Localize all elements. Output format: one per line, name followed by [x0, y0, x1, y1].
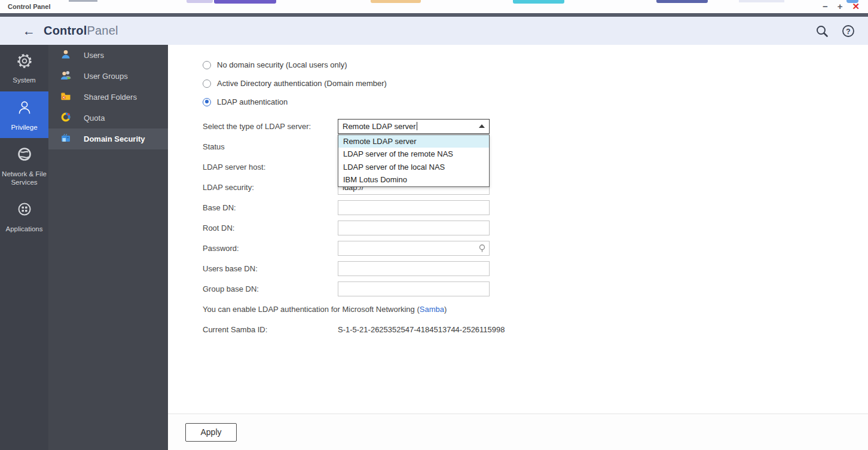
radio-icon[interactable] [203, 61, 211, 69]
desktop-icon-fragment [214, 0, 276, 4]
base-dn-label: Base DN: [203, 203, 338, 212]
samba-note-text: You can enable LDAP authentication for M… [203, 305, 420, 314]
sidebar-item-label: Network & File Services [1, 170, 47, 187]
shared-folder-icon [60, 91, 71, 104]
sidebar-item-label: Quota [84, 114, 105, 123]
desktop-icon-fragment [513, 0, 564, 4]
minimize-button[interactable]: − [823, 2, 828, 11]
sidebar-item-quota[interactable]: Quota [48, 108, 168, 128]
sidebar-item-label: Domain Security [84, 134, 145, 143]
sidebar-item-label: Shared Folders [84, 93, 137, 102]
back-arrow-icon[interactable]: ← [23, 25, 35, 37]
dropdown-option-ibm-lotus-domino[interactable]: IBM Lotus Domino [338, 173, 489, 186]
status-label: Status [203, 142, 338, 151]
page-title-light: Panel [87, 24, 118, 37]
ldap-security-row: LDAP security: [203, 177, 868, 197]
text-caret [417, 122, 417, 130]
group-base-dn-input[interactable] [338, 281, 490, 296]
desktop-icon-fragment [656, 0, 708, 3]
desktop-icon-fragment [371, 0, 421, 3]
ldap-security-label: LDAP security: [203, 183, 338, 192]
users-base-dn-label: Users base DN: [203, 264, 338, 273]
svg-text:?: ? [846, 27, 850, 35]
page-title-bold: Control [44, 24, 87, 37]
ldap-type-value: Remote LDAP server [343, 122, 416, 131]
root-dn-input[interactable] [338, 221, 490, 235]
apps-grid-icon [16, 200, 33, 221]
password-row: Password: [203, 238, 868, 258]
desktop-icon-fragment [69, 0, 97, 2]
globe-icon [16, 145, 33, 166]
group-base-dn-row: Group base DN: [203, 278, 868, 299]
root-dn-row: Root DN: [203, 218, 868, 238]
radio-no-domain-security[interactable]: No domain security (Local users only) [203, 60, 868, 69]
sidebar-item-applications[interactable]: Applications [0, 193, 48, 240]
users-base-dn-input[interactable] [338, 261, 490, 276]
sidebar-primary: System Privilege Network & File Services… [0, 45, 48, 450]
sidebar-item-domain-security[interactable]: Domain Security [48, 128, 168, 149]
sidebar-item-user-groups[interactable]: User Groups [48, 66, 168, 87]
dropdown-option-local-nas[interactable]: LDAP server of the local NAS [338, 161, 489, 174]
sidebar-item-label: User Groups [84, 72, 128, 81]
radio-ldap-authentication[interactable]: LDAP authentication [203, 97, 868, 106]
sidebar-item-label: Users [84, 51, 104, 60]
window-titlebar: Control Panel − + ✕ [0, 0, 868, 13]
chevron-up-icon [479, 124, 485, 128]
user-color-icon [60, 49, 71, 62]
radio-icon[interactable] [203, 98, 211, 106]
apply-button[interactable]: Apply [185, 423, 237, 442]
page-title: ControlPanel [44, 24, 118, 38]
base-dn-row: Base DN: [203, 197, 868, 218]
domain-security-icon [60, 133, 71, 146]
radio-label: No domain security (Local users only) [217, 60, 347, 69]
sidebar-item-privilege[interactable]: Privilege [0, 91, 48, 138]
sidebar-item-label: System [13, 76, 35, 84]
radio-active-directory[interactable]: Active Directory authentication (Domain … [203, 79, 868, 88]
current-samba-id-value: S-1-5-21-2625352547-4184513744-252611599… [338, 325, 505, 334]
sidebar-item-system[interactable]: System [0, 45, 48, 91]
current-samba-id-label: Current Samba ID: [203, 325, 338, 334]
close-button[interactable]: ✕ [852, 2, 860, 11]
quota-donut-icon [60, 112, 71, 125]
password-input[interactable] [338, 241, 490, 256]
app-header: ← ControlPanel ? [0, 17, 868, 45]
sidebar-secondary: Users User Groups Shared Folders Quota [48, 45, 168, 450]
dropdown-option-remote-nas[interactable]: LDAP server of the remote NAS [338, 148, 489, 161]
samba-link[interactable]: Samba [420, 305, 444, 314]
domain-security-panel: No domain security (Local users only) Ac… [168, 45, 868, 450]
panel-footer: Apply [168, 414, 868, 450]
current-samba-id-row: Current Samba ID: S-1-5-21-2625352547-41… [203, 319, 868, 339]
base-dn-input[interactable] [338, 200, 490, 215]
ldap-server-host-row: LDAP server host: [203, 157, 868, 177]
sidebar-item-label: Applications [5, 225, 42, 233]
window-tab-title: Control Panel [8, 3, 51, 10]
sidebar-item-shared-folders[interactable]: Shared Folders [48, 87, 168, 108]
window-controls: − + ✕ [823, 2, 860, 11]
sidebar-item-network-file-services[interactable]: Network & File Services [0, 138, 48, 193]
ldap-type-label: Select the type of LDAP server: [203, 122, 338, 131]
desktop-icon-fragment [187, 0, 213, 3]
samba-note-suffix: ) [444, 305, 447, 314]
control-panel-window: Control Panel − + ✕ ← ControlPanel ? S [0, 0, 868, 450]
group-base-dn-label: Group base DN: [203, 284, 338, 293]
samba-note: You can enable LDAP authentication for M… [203, 299, 868, 319]
search-icon[interactable] [815, 25, 829, 38]
password-label: Password: [203, 244, 338, 253]
ldap-type-select[interactable]: Remote LDAP server [338, 119, 490, 134]
dropdown-option-remote-ldap-server[interactable]: Remote LDAP server [338, 135, 489, 148]
sidebar-item-users[interactable]: Users [48, 45, 168, 66]
password-key-icon[interactable] [478, 244, 487, 255]
radio-label: Active Directory authentication (Domain … [217, 79, 387, 88]
help-icon[interactable]: ? [842, 25, 855, 38]
users-base-dn-row: Users base DN: [203, 258, 868, 278]
root-dn-label: Root DN: [203, 224, 338, 232]
status-row: Status [203, 136, 868, 157]
ldap-server-host-label: LDAP server host: [203, 163, 338, 172]
radio-icon[interactable] [203, 79, 211, 88]
ldap-type-dropdown-list: Remote LDAP server LDAP server of the re… [338, 134, 490, 187]
maximize-button[interactable]: + [838, 2, 843, 11]
desktop-icon-fragment [739, 0, 784, 2]
radio-label: LDAP authentication [217, 97, 288, 106]
sidebar-item-label: Privilege [11, 123, 37, 131]
user-group-icon [60, 70, 71, 83]
